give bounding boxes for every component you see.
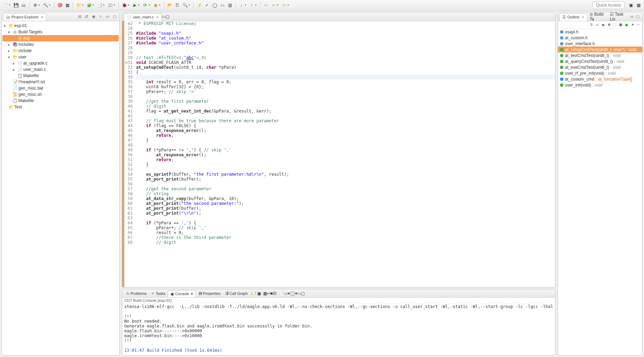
- tree-gen-misc-bat[interactable]: 📄gen_misc.bat: [2, 85, 119, 91]
- tree-readme[interactable]: 📝!!!readme!!!.txt: [2, 79, 119, 85]
- focus-icon[interactable]: ◉: [91, 14, 97, 19]
- close-icon[interactable]: ✕: [156, 15, 159, 19]
- nav-back-icon[interactable]: ⇦: [270, 2, 277, 8]
- tree-at-upgrade[interactable]: ▸📄at_upgrade.c: [2, 60, 119, 66]
- profile-icon[interactable]: ◉: [152, 2, 159, 8]
- maximize-icon[interactable]: ▢: [112, 14, 117, 19]
- tab-tasks[interactable]: ✓Tasks: [149, 290, 168, 297]
- quick-access[interactable]: Quick Access: [592, 1, 625, 9]
- settings-icon[interactable]: ✷: [630, 23, 635, 27]
- new-console-icon[interactable]: 📋: [290, 291, 295, 296]
- new-class-icon[interactable]: 🧩: [86, 2, 92, 8]
- close-icon[interactable]: ✕: [190, 292, 193, 296]
- outline-item[interactable]: osapi.h: [558, 29, 642, 35]
- target-icon[interactable]: 🎯: [57, 2, 63, 8]
- back-icon[interactable]: ⇦: [263, 2, 269, 8]
- debug-icon[interactable]: 🐞: [121, 2, 127, 8]
- outline-item[interactable]: at_custom.h: [558, 35, 642, 41]
- outline-item[interactable]: at_setupCmdTest(uint8_t, char*) : void: [558, 47, 642, 52]
- open-folder-icon[interactable]: 📂: [167, 2, 173, 8]
- dropdown-arrow-icon[interactable]: ▾: [9, 3, 12, 7]
- tree-gen-misc-sh[interactable]: 📜gen_misc.sh: [2, 91, 119, 98]
- build-icon[interactable]: ⚙: [32, 2, 38, 8]
- hammer-icon[interactable]: 🔨: [42, 2, 49, 8]
- tree-includes[interactable]: ▸📚Includes: [2, 41, 119, 48]
- link-editor-icon[interactable]: ⇄: [84, 14, 90, 19]
- save-all-icon[interactable]: 🗂: [20, 2, 27, 8]
- display-icon[interactable]: ▭: [284, 291, 288, 296]
- minimize-icon[interactable]: ▭: [162, 14, 166, 19]
- tab-console[interactable]: ▣Console ✕: [168, 290, 196, 297]
- toggle-breakpoint-icon[interactable]: ◯: [211, 2, 218, 8]
- wand-icon[interactable]: ⚡: [196, 2, 202, 8]
- maximize-icon[interactable]: ▢: [301, 291, 305, 296]
- tree-root[interactable]: ▾📁esp-01: [2, 23, 119, 29]
- filter-fields-icon[interactable]: ▭: [595, 23, 600, 27]
- show-console-icon[interactable]: ▣: [257, 291, 261, 296]
- maximize-icon[interactable]: ▢: [636, 14, 640, 19]
- minimize-icon[interactable]: ▭: [105, 14, 110, 19]
- outline-item[interactable]: user_interface.h: [558, 41, 642, 47]
- maximize-icon[interactable]: ▢: [166, 14, 169, 19]
- outline-item[interactable]: at_custom_cmd : at_funcationType[]: [558, 76, 642, 82]
- tree-user-main[interactable]: ▸📄user_main.c: [2, 66, 119, 73]
- link-icon[interactable]: ⬢: [618, 23, 623, 27]
- project-tree[interactable]: ▾📁esp-01 ▾◎Build Targets ◎esp ▸📚Includes…: [2, 21, 119, 355]
- close-icon[interactable]: ✕: [582, 15, 584, 19]
- console-body[interactable]: xtensa-lx106-elf-gcc -L../lib -nostdlib …: [122, 304, 555, 355]
- sort-icon[interactable]: ⇅: [589, 23, 594, 27]
- next-annotation-icon[interactable]: ↓: [238, 2, 244, 8]
- new-icon[interactable]: 📄: [2, 2, 9, 8]
- minimize-icon[interactable]: ▭: [629, 14, 634, 19]
- tab-callgraph[interactable]: ⇶Call Graph: [223, 290, 250, 297]
- tab-problems[interactable]: ⚠Problems: [124, 290, 149, 297]
- new-folder-icon[interactable]: 📁: [76, 2, 82, 8]
- scroll-lock-icon[interactable]: ⤓: [250, 291, 254, 296]
- tree-esp[interactable]: ◎esp: [2, 35, 119, 41]
- run-icon[interactable]: ▶: [132, 2, 138, 8]
- collapse-all-icon[interactable]: ⊟: [77, 14, 83, 19]
- editor-body[interactable]: ⊕224252627282930⊖31323334353637383940414…: [122, 21, 555, 287]
- outline-item[interactable]: user_init(void) : void: [558, 82, 642, 88]
- tree-makefile2[interactable]: 📋Makefile: [2, 98, 119, 104]
- outline-item[interactable]: user_rf_pre_init(void) : void: [558, 70, 642, 76]
- tree-build-targets[interactable]: ▾◎Build Targets: [2, 29, 119, 35]
- minimize-icon[interactable]: ▭: [297, 291, 301, 296]
- focus-task-icon[interactable]: ◉: [624, 23, 629, 27]
- perspective-debug-icon[interactable]: ▦: [635, 2, 642, 8]
- view-menu-icon[interactable]: ▿: [636, 23, 641, 27]
- new-header-icon[interactable]: 📰: [107, 2, 113, 8]
- columns-icon[interactable]: ▥: [227, 2, 233, 8]
- code-area[interactable]: * ESPRSSIF MIT License▯ #include "osapi.…: [135, 21, 555, 287]
- filter-inactive-icon[interactable]: ⬚: [612, 23, 617, 27]
- tree-makefile1[interactable]: 📋Makefile: [2, 73, 119, 79]
- clear-icon[interactable]: ▦: [263, 291, 267, 296]
- project-explorer-tab[interactable]: 🗂 Project Explorer ✕: [3, 13, 47, 20]
- tree-include[interactable]: ▸📁include: [2, 48, 119, 54]
- outline-list[interactable]: osapi.hat_custom.huser_interface.hat_set…: [558, 29, 642, 355]
- close-icon[interactable]: ✕: [41, 15, 43, 19]
- editor-tab-user-main[interactable]: 📄 user_main.c ✕: [124, 13, 162, 21]
- toggle-mark-icon[interactable]: ✓: [204, 2, 210, 8]
- pin-icon[interactable]: ⤒: [254, 291, 257, 296]
- new-source-icon[interactable]: 📑: [97, 2, 103, 8]
- open-type-icon[interactable]: 🗒: [174, 2, 181, 8]
- outline-item[interactable]: at_testCmdTest(uint8_t) : void: [558, 52, 642, 58]
- run-last-icon[interactable]: ⟳: [142, 2, 148, 8]
- open-console-icon[interactable]: 📄: [279, 291, 284, 296]
- tree-test[interactable]: 📁Test: [2, 104, 119, 110]
- perspective-c-icon[interactable]: ▣: [628, 2, 634, 8]
- outline-item[interactable]: at_exeCmdTest(uint8_t) : void: [558, 64, 642, 70]
- tree-user[interactable]: ▾📁user: [2, 54, 119, 60]
- view-menu-icon[interactable]: ▿: [98, 14, 103, 19]
- wrap-icon[interactable]: ↩: [267, 291, 270, 296]
- filter-static-icon[interactable]: ◆: [601, 23, 605, 27]
- tab-properties[interactable]: ▤Properties: [196, 290, 223, 297]
- outline-item[interactable]: at_queryCmdTest(uint8_t) : void: [558, 58, 642, 64]
- search-icon[interactable]: 🔍: [182, 2, 188, 8]
- binary-icon[interactable]: ▦: [64, 2, 70, 8]
- nav-fwd-icon[interactable]: ⇨: [281, 2, 287, 8]
- outline-tab[interactable]: ☰ Outline ✕: [559, 13, 587, 21]
- remove-icon[interactable]: ☒: [273, 291, 277, 296]
- save-icon[interactable]: 💾: [13, 2, 19, 8]
